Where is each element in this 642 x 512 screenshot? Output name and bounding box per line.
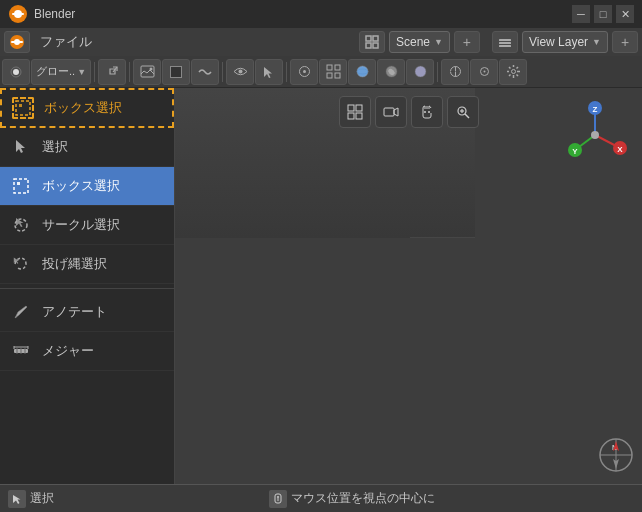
tool-eye[interactable] <box>226 59 254 85</box>
viewport-tools-row <box>339 96 479 128</box>
status-middle-text: マウス位置を視点の中心に <box>291 490 435 507</box>
svg-point-29 <box>415 66 426 77</box>
axis-gizmo[interactable]: Z X Y <box>560 100 630 170</box>
sidebar-label-select: 選択 <box>42 138 68 156</box>
svg-rect-10 <box>499 39 511 41</box>
tool-glow[interactable] <box>2 59 30 85</box>
svg-rect-9 <box>373 43 378 48</box>
box-select-icon-1 <box>12 97 34 119</box>
tool-black-square[interactable] <box>162 59 190 85</box>
minimize-button[interactable]: ─ <box>572 5 590 23</box>
status-left-text: 選択 <box>30 490 54 507</box>
scene-selector[interactable]: Scene ▼ <box>389 31 450 53</box>
blender-menu-icon[interactable] <box>4 31 30 53</box>
svg-point-26 <box>357 66 368 77</box>
svg-rect-8 <box>366 43 371 48</box>
view-layer-icon[interactable] <box>492 31 518 53</box>
tool-glow-dropdown[interactable]: グロー.. ▼ <box>31 59 91 85</box>
svg-rect-7 <box>373 36 378 41</box>
scene-area: Scene ▼ + <box>359 31 480 53</box>
sep3 <box>222 62 223 82</box>
sidebar-label-box-select-1: ボックス選択 <box>44 99 122 117</box>
tool-settings[interactable] <box>499 59 527 85</box>
close-button[interactable]: ✕ <box>616 5 634 23</box>
svg-line-42 <box>516 67 518 69</box>
vp-tool-pan[interactable] <box>411 96 443 128</box>
svg-point-102 <box>428 111 430 113</box>
sidebar-label-box-select-2: ボックス選択 <box>42 177 120 195</box>
nav-gizmo-svg: N <box>598 437 634 473</box>
tool-material-preview[interactable] <box>377 59 405 85</box>
svg-text:X: X <box>617 145 623 154</box>
sidebar-item-measure[interactable]: メジャー <box>0 332 174 371</box>
tool-grid[interactable] <box>319 59 347 85</box>
svg-line-41 <box>516 75 518 77</box>
sidebar-label-annotate: アノテート <box>42 303 107 321</box>
sidebar-item-lasso-select[interactable]: 投げ縄選択 <box>0 245 174 284</box>
svg-marker-50 <box>17 182 20 185</box>
measure-icon <box>10 340 32 362</box>
svg-rect-25 <box>335 73 340 78</box>
svg-rect-12 <box>499 45 511 47</box>
lasso-select-icon <box>10 253 32 275</box>
status-middle: マウス位置を視点の中心に <box>269 490 435 508</box>
nav-gizmo[interactable]: N <box>598 437 634 476</box>
app-title: Blender <box>34 7 75 21</box>
vp-tool-camera[interactable] <box>375 96 407 128</box>
viewport[interactable]: Z X Y N <box>175 88 642 484</box>
svg-point-18 <box>238 70 242 74</box>
blender-logo-icon <box>8 4 28 24</box>
annotate-icon <box>10 301 32 323</box>
menu-bar: ファイル Scene ▼ + View Layer <box>0 28 642 56</box>
svg-rect-98 <box>356 113 362 119</box>
sep1 <box>94 62 95 82</box>
svg-text:Y: Y <box>572 147 578 156</box>
svg-rect-97 <box>348 113 354 119</box>
svg-rect-49 <box>14 179 28 193</box>
vp-tool-grid[interactable] <box>339 96 371 128</box>
tool-overlay2[interactable] <box>470 59 498 85</box>
vp-tool-zoom[interactable] <box>447 96 479 128</box>
tool-overlay1[interactable] <box>441 59 469 85</box>
svg-marker-123 <box>13 495 21 504</box>
sidebar-item-annotate[interactable]: アノテート <box>0 293 174 332</box>
status-left: 選択 <box>8 490 54 508</box>
svg-marker-19 <box>264 67 272 78</box>
left-sidebar: ボックス選択 選択 ボックス選択 <box>0 88 175 484</box>
sidebar-item-box-select-2[interactable]: ボックス選択 <box>0 167 174 206</box>
tool-sphere[interactable] <box>348 59 376 85</box>
maximize-button[interactable]: □ <box>594 5 612 23</box>
tool-image[interactable] <box>133 59 161 85</box>
view-layer-add-icon[interactable]: + <box>612 31 638 53</box>
svg-rect-22 <box>327 65 332 70</box>
svg-text:Z: Z <box>593 105 598 114</box>
title-bar-controls: ─ □ ✕ <box>572 5 634 23</box>
svg-point-35 <box>511 70 515 74</box>
sep5 <box>437 62 438 82</box>
sidebar-item-select[interactable]: 選択 <box>0 128 174 167</box>
sidebar-label-measure: メジャー <box>42 342 94 360</box>
sidebar-label-circle-select: サークル選択 <box>42 216 120 234</box>
svg-line-104 <box>465 114 469 118</box>
sidebar-item-box-select-1[interactable]: ボックス選択 <box>0 88 174 128</box>
toolbar-row: グロー.. ▼ <box>0 56 642 88</box>
svg-point-17 <box>149 68 152 71</box>
sidebar-label-lasso-select: 投げ縄選択 <box>42 255 107 273</box>
tool-wave[interactable] <box>191 59 219 85</box>
svg-rect-44 <box>16 101 30 115</box>
sidebar-item-circle-select[interactable]: サークル選択 <box>0 206 174 245</box>
tool-link[interactable] <box>98 59 126 85</box>
svg-point-34 <box>483 71 485 73</box>
scene-add-icon[interactable]: + <box>454 31 480 53</box>
sep2 <box>129 62 130 82</box>
view-layer-selector[interactable]: View Layer ▼ <box>522 31 608 53</box>
file-menu[interactable]: ファイル <box>32 31 100 53</box>
svg-point-101 <box>424 111 426 113</box>
box-select-icon-2 <box>10 175 32 197</box>
tool-render-preview[interactable] <box>406 59 434 85</box>
tool-cursor[interactable] <box>255 59 283 85</box>
tool-circle-dot[interactable] <box>290 59 318 85</box>
axis-gizmo-svg: Z X Y <box>560 100 630 170</box>
title-bar: Blender ─ □ ✕ <box>0 0 642 28</box>
scene-icon[interactable] <box>359 31 385 53</box>
